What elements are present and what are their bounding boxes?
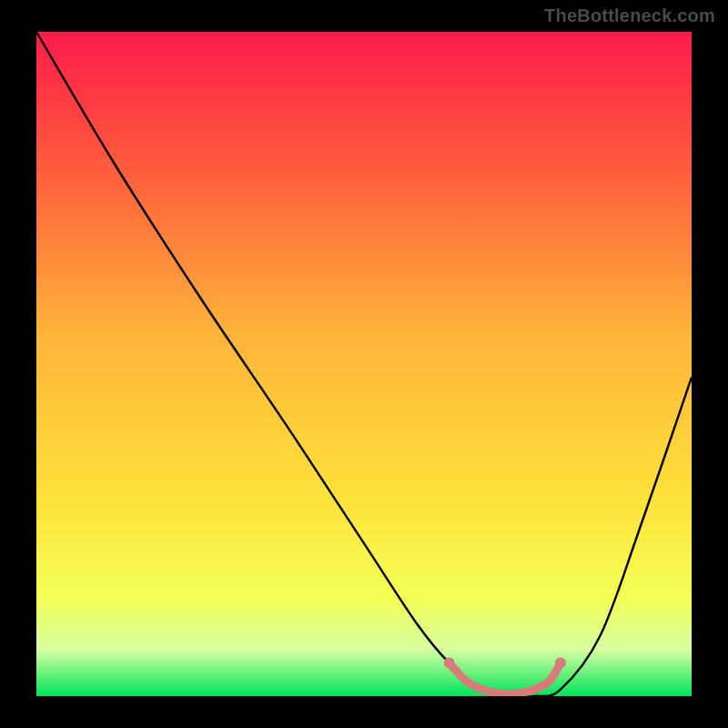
bottleneck-plot bbox=[36, 32, 692, 696]
watermark-text: TheBottleneck.com bbox=[544, 5, 715, 26]
chart-svg bbox=[36, 32, 692, 696]
optimal-range-dot-right bbox=[555, 658, 566, 669]
gradient-background bbox=[36, 32, 692, 696]
optimal-range-dot-left bbox=[444, 658, 455, 669]
chart-frame: TheBottleneck.com bbox=[0, 0, 728, 728]
